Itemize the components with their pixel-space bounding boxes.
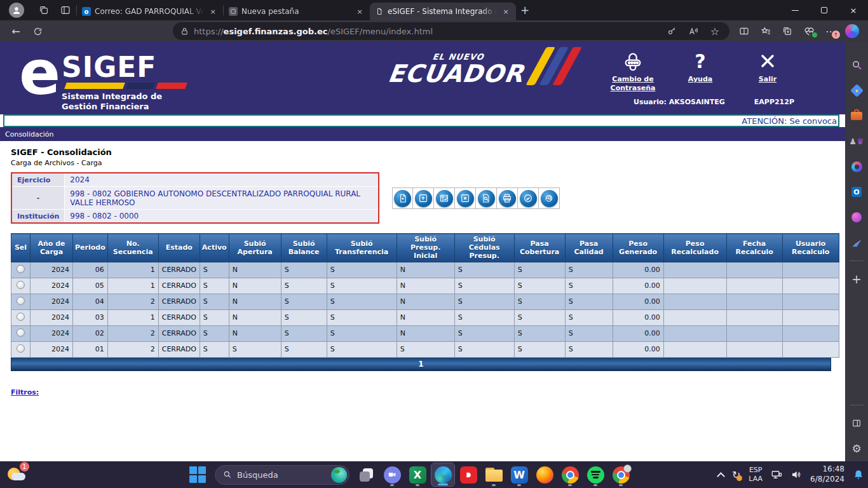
refresh-button[interactable] [27,22,48,40]
tab-close-icon[interactable]: × [501,6,511,17]
sidebar-shopping-icon[interactable] [847,81,866,100]
address-bar[interactable]: https://esigef.finanzas.gob.ec/eSIGEF/me… [173,22,729,40]
edge-taskbar-icon[interactable] [431,463,455,487]
sidebar-send-icon[interactable] [847,233,866,252]
copilot-icon[interactable] [841,22,863,40]
tab-actions-icon[interactable] [33,2,55,18]
maximize-button[interactable] [810,0,839,20]
sidebar-drop-icon[interactable] [847,208,866,227]
chat-taskbar-icon[interactable] [380,463,404,487]
language-indicator[interactable]: ESPLAA [749,466,763,484]
split-screen-icon[interactable] [733,22,755,40]
back-button[interactable]: ← [5,22,27,40]
logo-sigef: SIGEF [62,53,186,81]
minimize-button[interactable] [780,0,810,20]
taskbar-search[interactable]: Búsqueda [215,465,349,485]
validate-grid-button[interactable] [434,187,455,209]
task-view-taskbar-icon[interactable] [355,463,379,487]
row-select-radio[interactable] [17,297,25,305]
sidebar-toolbox-icon[interactable] [847,106,866,125]
table-cell: N [397,309,454,325]
tray-overflow-icon[interactable] [717,472,725,480]
row-select-radio[interactable] [17,329,25,337]
row-select-radio[interactable] [17,281,25,289]
tab-esigef[interactable]: eSIGEF - Sistema Integrado de G × [370,3,516,20]
volume-icon[interactable] [790,469,802,480]
firefox-taskbar-icon[interactable] [532,463,557,487]
lock-icon[interactable] [180,27,189,36]
pdf-app-taskbar-icon[interactable] [456,463,480,487]
column-header: Estado [158,234,200,262]
preview-detail-button[interactable] [476,187,497,209]
help-link[interactable]: ? Ayuda [672,47,728,93]
excel-taskbar-icon[interactable]: X [405,463,430,487]
save-upload-button[interactable] [413,187,434,209]
collections-icon[interactable] [776,22,798,40]
sidebar-add-icon[interactable]: + [847,269,866,288]
spotify-taskbar-icon[interactable] [583,463,607,487]
sync-icon[interactable]: ↻ [732,469,740,481]
sidebar-outlook-icon[interactable]: O [847,182,866,201]
new-tab-button[interactable]: + [516,1,534,19]
approve-check-button[interactable] [518,187,539,209]
user-label: Usuario: AKSOSAINTEG [634,98,725,106]
exit-link[interactable]: Salir [740,47,796,93]
network-icon[interactable] [771,469,782,480]
settings-more-icon[interactable]: ⋯ ↑ [820,22,841,40]
table-cell: 0.00 [613,278,663,294]
column-header: Subió Presup. Inicial [397,234,454,262]
favorite-star-icon[interactable]: ☆ [704,22,726,40]
page-number[interactable]: 1 [418,360,423,369]
table-cell [663,341,726,357]
table-cell: 1 [107,262,158,278]
table-cell: S [565,262,613,278]
search-refresh-button[interactable] [539,187,560,209]
read-aloud-icon[interactable] [682,22,704,40]
menu-consolidacion[interactable]: Consolidación [5,130,53,139]
app-menu-bar: Consolidación [0,127,845,141]
table-cell: CERRADO [158,262,200,278]
notification-bell-icon[interactable] [853,469,864,480]
url-text: https://esigef.finanzas.gob.ec/eSIGEF/me… [194,27,661,36]
table-cell [726,309,782,325]
browser-essentials-icon[interactable] [798,22,820,40]
filters-link[interactable]: Filtros: [11,388,39,396]
vertical-tabs-icon[interactable] [55,2,76,18]
sidebar-games-icon[interactable]: ♟♛ [847,132,866,151]
file-explorer-taskbar-icon[interactable] [482,463,506,487]
start-taskbar-icon[interactable] [186,463,210,487]
word-taskbar-icon[interactable]: W [507,463,531,487]
print-button[interactable] [497,187,518,209]
profile-avatar-icon[interactable] [9,3,24,18]
weather-widget-icon[interactable]: 1 [6,464,28,485]
sidebar-settings-icon[interactable]: ⚙ [847,439,866,458]
table-cell: 0.00 [613,262,663,278]
close-button[interactable]: × [839,0,868,20]
tab-correo[interactable]: o Correo: GAD PARROQUIAL VALLE × [77,3,223,20]
windows-taskbar: 1 BúsquedaXW ↻ ESPLAA 16:486/8/2024 [0,461,868,488]
chrome-taskbar-icon[interactable] [558,463,582,487]
tab-nueva-pestana[interactable]: Nueva pestaña × [224,3,370,20]
table-cell [663,309,726,325]
delete-record-button[interactable] [455,187,476,209]
pagination-bar[interactable]: 1 [11,358,831,371]
sidebar-panel-icon[interactable] [847,414,866,433]
new-record-button[interactable] [392,187,413,209]
row-select-radio[interactable] [17,313,25,321]
row-select-radio[interactable] [17,265,25,273]
password-lock-icon [622,47,644,75]
update-badge: ↑ [832,30,840,39]
favorites-bar-icon[interactable] [755,22,776,40]
chrome-profile-taskbar-icon[interactable] [609,463,633,487]
sidebar-search-icon[interactable] [847,55,866,74]
change-password-link[interactable]: Cambio de Contraseña [605,47,661,93]
tab-close-icon[interactable]: × [208,6,218,17]
logo-e: e [19,44,58,112]
page-icon [375,7,384,16]
table-cell: S [327,262,397,278]
row-select-radio[interactable] [17,344,25,353]
clock[interactable]: 16:486/8/2024 [810,464,844,484]
sidebar-microsoft365-icon[interactable] [847,157,866,176]
password-key-icon[interactable] [661,22,682,40]
tab-close-icon[interactable]: × [355,6,365,17]
